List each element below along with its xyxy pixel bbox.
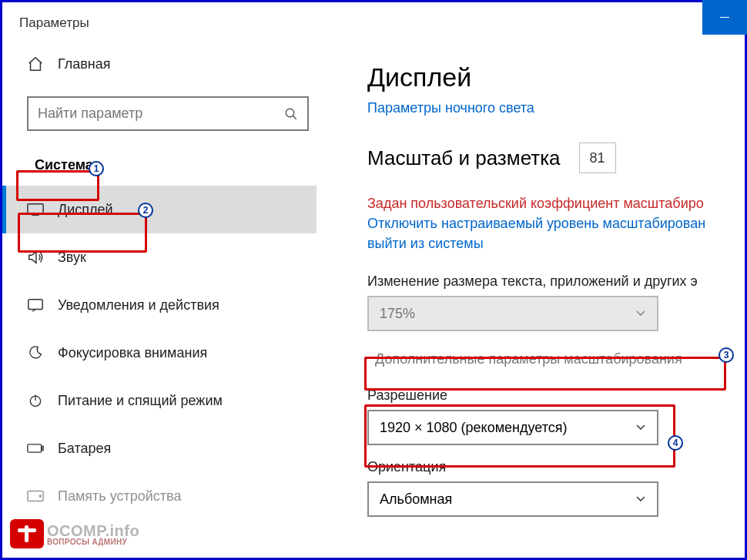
search-input[interactable] [38, 106, 284, 122]
scale-dropdown[interactable]: 175% [367, 296, 658, 331]
home-label: Главная [58, 56, 111, 72]
resize-label: Изменение размера текста, приложений и д… [367, 273, 742, 290]
svg-rect-4 [28, 300, 42, 310]
chevron-down-icon [635, 495, 646, 503]
svg-rect-8 [42, 446, 43, 450]
scale-heading-row: Масштаб и разметка 81 [367, 143, 742, 173]
callout-badge-1: 1 [89, 161, 104, 176]
callout-4 [364, 404, 675, 468]
settings-window: Параметры Главная Система [0, 0, 747, 560]
watermark: OCOMP.info ВОПРОСЫ АДМИНУ [10, 519, 139, 548]
callout-3 [364, 357, 726, 391]
minimize-button[interactable] [702, 0, 747, 35]
svg-point-10 [39, 495, 41, 497]
chevron-down-icon [635, 310, 646, 317]
nightlight-link[interactable]: Параметры ночного света [367, 100, 742, 116]
sidebar-item-power[interactable]: Питание и спящий режим [2, 377, 317, 424]
scale-heading: Масштаб и разметка [367, 146, 561, 170]
power-icon [27, 393, 44, 408]
scale-value: 175% [380, 306, 415, 322]
sidebar-item-battery[interactable]: Батарея [2, 424, 317, 472]
storage-icon [27, 490, 44, 502]
callout-badge-3: 3 [719, 347, 734, 363]
main-panel: Дисплей Параметры ночного света Масштаб … [324, 44, 745, 558]
battery-icon [27, 443, 44, 454]
scale-warning: Задан пользовательский коэффициент масшт… [367, 193, 742, 213]
sidebar: Главная Система Дисплей [2, 44, 324, 558]
svg-point-0 [286, 109, 294, 117]
sidebar-item-storage[interactable]: Память устройства [2, 472, 317, 520]
focus-icon [27, 345, 44, 360]
sidebar-item-label: Уведомления и действия [58, 297, 219, 314]
sidebar-item-notifications[interactable]: Уведомления и действия [2, 281, 317, 329]
sidebar-item-focus[interactable]: Фокусировка внимания [2, 329, 317, 377]
window-body: Главная Система Дисплей [2, 44, 745, 558]
orientation-dropdown[interactable]: Альбомная [367, 481, 658, 517]
sidebar-item-label: Фокусировка внимания [58, 345, 207, 361]
svg-line-1 [293, 116, 296, 119]
callout-badge-4: 4 [668, 435, 683, 451]
page-title: Дисплей [367, 62, 742, 92]
svg-rect-7 [28, 444, 42, 452]
home-icon [27, 55, 44, 72]
scale-badge: 81 [579, 143, 616, 173]
watermark-sub: ВОПРОСЫ АДМИНУ [47, 538, 139, 546]
sidebar-item-label: Память устройства [58, 488, 181, 505]
watermark-logo [10, 519, 44, 548]
search-icon [284, 107, 298, 121]
signout-link[interactable]: Отключить настраиваемый уровень масштаби… [367, 213, 742, 253]
home-link[interactable]: Главная [27, 44, 317, 84]
sidebar-item-label: Батарея [58, 441, 111, 457]
callout-2 [18, 213, 147, 253]
titlebar: Параметры [2, 2, 745, 44]
notifications-icon [27, 297, 44, 313]
callout-badge-2: 2 [138, 203, 153, 218]
callout-1 [16, 170, 99, 201]
search-box[interactable] [27, 96, 309, 131]
orientation-value: Альбомная [380, 491, 452, 508]
window-title: Параметры [19, 15, 89, 31]
sidebar-item-label: Питание и спящий режим [58, 393, 223, 409]
